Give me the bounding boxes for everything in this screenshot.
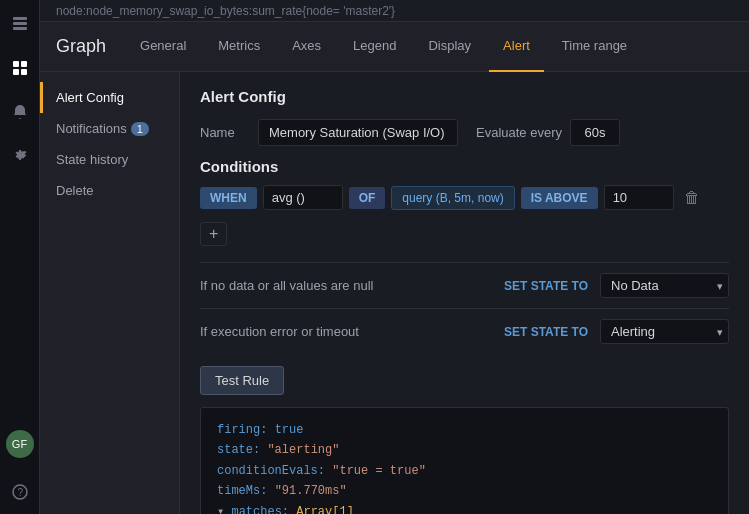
result-cond-evals: conditionEvals: "true = true" — [217, 461, 712, 481]
no-data-select-wrap: No Data Alerting OK Keep Last State — [600, 273, 729, 298]
exec-error-label: If execution error or timeout — [200, 324, 492, 339]
breadcrumb: node:node_memory_swap_io_bytes:sum_rate{… — [40, 0, 749, 22]
conditions-section: Conditions WHEN OF query (B, 5m, now) IS… — [200, 158, 729, 246]
svg-rect-5 — [13, 69, 19, 75]
svg-rect-3 — [13, 61, 19, 67]
nav-state-history[interactable]: State history — [40, 144, 179, 175]
sidebar-icon-bell[interactable] — [6, 98, 34, 126]
sidebar-icon-avatar[interactable]: GF — [6, 430, 34, 458]
evaluate-input[interactable] — [570, 119, 620, 146]
exec-error-select-wrap: Alerting No Data OK Keep Last State — [600, 319, 729, 344]
svg-rect-2 — [13, 27, 27, 30]
name-label: Name — [200, 125, 250, 140]
alert-config-title: Alert Config — [200, 88, 729, 105]
tab-general[interactable]: General — [126, 22, 200, 72]
tab-metrics[interactable]: Metrics — [204, 22, 274, 72]
add-condition-button[interactable]: + — [200, 222, 227, 246]
left-nav: Alert Config Notifications 1 State histo… — [40, 72, 180, 514]
delete-condition-icon[interactable]: 🗑 — [680, 187, 704, 209]
sidebar: GF ? — [0, 0, 40, 514]
svg-rect-0 — [13, 17, 27, 20]
result-matches: ▾ matches: Array[1] — [217, 502, 712, 514]
tab-legend[interactable]: Legend — [339, 22, 410, 72]
tab-display[interactable]: Display — [414, 22, 485, 72]
tab-axes[interactable]: Axes — [278, 22, 335, 72]
no-data-rows: If no data or all values are null SET ST… — [200, 262, 729, 354]
tab-alert[interactable]: Alert — [489, 22, 544, 72]
conditions-title: Conditions — [200, 158, 729, 175]
sidebar-icon-grid[interactable] — [6, 54, 34, 82]
no-data-select[interactable]: No Data Alerting OK Keep Last State — [600, 273, 729, 298]
result-firing: firing: true — [217, 420, 712, 440]
svg-rect-1 — [13, 22, 27, 25]
result-box: firing: true state: "alerting" condition… — [200, 407, 729, 514]
result-state: state: "alerting" — [217, 440, 712, 460]
query-tag[interactable]: query (B, 5m, now) — [391, 186, 514, 210]
svg-text:?: ? — [17, 487, 23, 498]
exec-error-select[interactable]: Alerting No Data OK Keep Last State — [600, 319, 729, 344]
main-area: node:node_memory_swap_io_bytes:sum_rate{… — [40, 0, 749, 514]
nav-notifications[interactable]: Notifications 1 — [40, 113, 179, 144]
topbar: Graph General Metrics Axes Legend Displa… — [40, 22, 749, 72]
name-input[interactable] — [258, 119, 458, 146]
nav-delete[interactable]: Delete — [40, 175, 179, 206]
func-input[interactable] — [263, 185, 343, 210]
condition-row: WHEN OF query (B, 5m, now) IS ABOVE 🗑 — [200, 185, 729, 210]
of-tag: OF — [349, 187, 386, 209]
exec-error-set-state-label: SET STATE TO — [504, 325, 588, 339]
sidebar-icon-search[interactable] — [6, 10, 34, 38]
svg-rect-4 — [21, 61, 27, 67]
exec-error-row: If execution error or timeout SET STATE … — [200, 308, 729, 354]
threshold-input[interactable] — [604, 185, 674, 210]
content-area: Alert Config Notifications 1 State histo… — [40, 72, 749, 514]
test-rule-button[interactable]: Test Rule — [200, 366, 284, 395]
notifications-badge: 1 — [131, 122, 149, 136]
no-data-set-state-label: SET STATE TO — [504, 279, 588, 293]
name-row: Name Evaluate every — [200, 119, 729, 146]
no-data-label: If no data or all values are null — [200, 278, 492, 293]
evaluate-label: Evaluate every — [476, 125, 562, 140]
when-tag: WHEN — [200, 187, 257, 209]
sidebar-icon-gear[interactable] — [6, 142, 34, 170]
breadcrumb-text: node:node_memory_swap_io_bytes:sum_rate{… — [56, 4, 395, 18]
no-data-row: If no data or all values are null SET ST… — [200, 262, 729, 308]
result-time-ms: timeMs: "91.770ms" — [217, 481, 712, 501]
sidebar-icon-help[interactable]: ? — [6, 478, 34, 506]
right-panel: Alert Config Name Evaluate every Conditi… — [180, 72, 749, 514]
is-above-tag: IS ABOVE — [521, 187, 598, 209]
svg-rect-6 — [21, 69, 27, 75]
nav-alert-config[interactable]: Alert Config — [40, 82, 179, 113]
page-title: Graph — [56, 36, 106, 57]
tab-timerange[interactable]: Time range — [548, 22, 641, 72]
